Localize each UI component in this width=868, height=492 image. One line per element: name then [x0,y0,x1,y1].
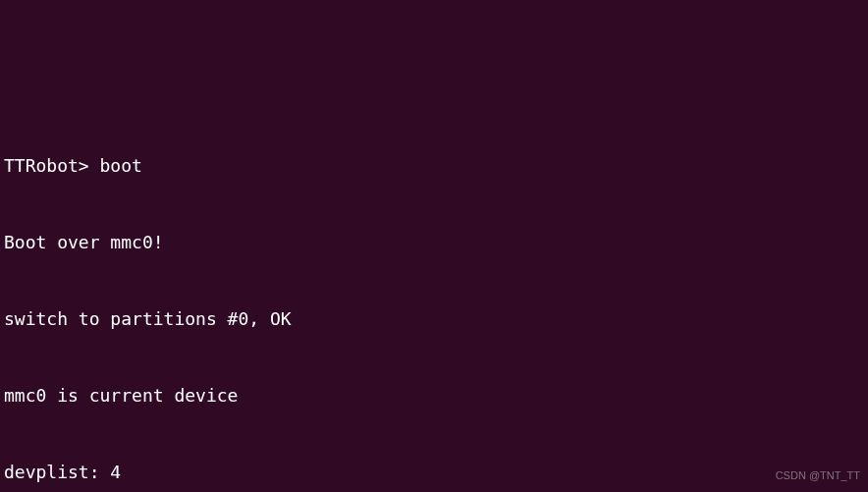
terminal-output: TTRobot> boot Boot over mmc0! switch to … [4,102,864,492]
watermark: CSDN @TNT_TT [776,463,860,488]
output-line: mmc0 is current device [4,383,864,409]
output-line: TTRobot> boot [4,153,864,179]
output-line: devplist: 4 [4,460,864,485]
output-line: switch to partitions #0, OK [4,306,864,332]
output-line: Boot over mmc0! [4,230,864,255]
